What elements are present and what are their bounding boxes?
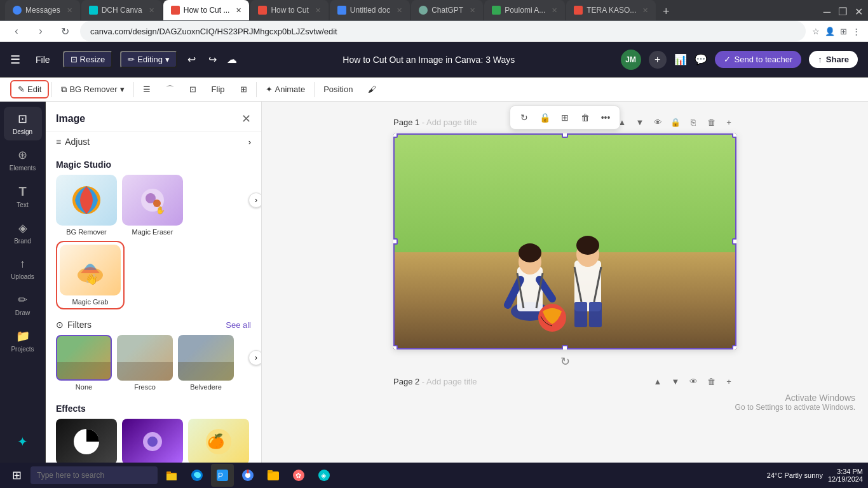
magic-item-magic-eraser[interactable]: ✋ Magic Eraser bbox=[122, 175, 183, 236]
canvas-image-container[interactable] bbox=[393, 133, 736, 349]
edit-image-button[interactable]: ✎ Edit bbox=[10, 80, 49, 98]
effect-item-2[interactable] bbox=[122, 419, 183, 464]
tab-how-to-cut[interactable]: How to Cut ... ✕ bbox=[163, 0, 250, 20]
tab-close-messages[interactable]: ✕ bbox=[67, 6, 72, 15]
page-more-button[interactable]: + bbox=[721, 114, 736, 130]
cloud-save-icon[interactable]: ☁ bbox=[227, 53, 237, 65]
corner-button[interactable]: ⌒ bbox=[159, 81, 180, 98]
more-options-button[interactable]: 🖌 bbox=[362, 81, 383, 97]
bookmark-icon[interactable]: ☆ bbox=[812, 27, 820, 36]
settings-icon[interactable]: ⋮ bbox=[852, 27, 860, 36]
undo-button[interactable]: ↩ bbox=[185, 51, 198, 68]
adjust-row[interactable]: ≡ Adjust › bbox=[46, 131, 261, 152]
tab-tera[interactable]: TERA KASO... ✕ bbox=[566, 0, 656, 20]
taskbar-search[interactable] bbox=[31, 466, 158, 484]
sidebar-item-brand[interactable]: ◈ Brand bbox=[4, 216, 42, 250]
group-button[interactable]: ⊞ bbox=[556, 109, 574, 126]
back-button[interactable]: ‹ bbox=[8, 22, 25, 40]
taskbar-edge[interactable] bbox=[186, 464, 208, 487]
redo-button[interactable]: ↪ bbox=[206, 51, 219, 68]
tab-messages[interactable]: Messages ✕ bbox=[5, 0, 80, 20]
page-down-button[interactable]: ▼ bbox=[632, 114, 648, 130]
grid-button[interactable]: ⊞ bbox=[234, 81, 254, 97]
sidebar-item-uploads[interactable]: ↑ Uploads bbox=[4, 252, 42, 285]
sidebar-item-text[interactable]: T Text bbox=[4, 179, 42, 214]
taskbar-app-2[interactable]: ✿ bbox=[287, 464, 310, 487]
send-to-teacher-button[interactable]: ✓ Send to teacher bbox=[715, 51, 802, 68]
help-button[interactable]: ✦ bbox=[4, 429, 42, 454]
tab-close-doc[interactable]: ✕ bbox=[397, 6, 402, 15]
new-tab-button[interactable]: + bbox=[657, 3, 675, 20]
refresh-button[interactable]: ↻ bbox=[56, 22, 74, 40]
sidebar-item-draw[interactable]: ✏ Draw bbox=[4, 288, 42, 322]
page-2-visibility-button[interactable]: 👁 bbox=[686, 374, 701, 389]
lock-element-button[interactable]: 🔒 bbox=[536, 109, 553, 126]
start-button[interactable]: ⊞ bbox=[5, 464, 28, 487]
taskbar-app-3[interactable]: ◈ bbox=[313, 464, 336, 487]
maximize-button[interactable]: ❐ bbox=[838, 6, 847, 18]
page-2-more-button[interactable]: + bbox=[721, 374, 736, 389]
see-all-button[interactable]: See all bbox=[226, 320, 251, 330]
filter-item-belvedere[interactable]: Belvedere bbox=[178, 335, 234, 391]
sidebar-item-elements[interactable]: ⊛ Elements bbox=[4, 143, 42, 177]
page-2-down-button[interactable]: ▼ bbox=[668, 374, 683, 389]
share-button[interactable]: ↑ Share bbox=[809, 51, 858, 68]
effect-item-3[interactable]: 🍊 bbox=[188, 419, 249, 464]
filter-item-none[interactable]: None bbox=[56, 335, 112, 391]
minimize-button[interactable]: ─ bbox=[824, 6, 831, 18]
canvas-area[interactable]: Page 1 - Add page title ▲ ▼ 👁 🔒 ⎘ 🗑 + bbox=[262, 102, 868, 464]
tab-chatgpt[interactable]: ChatGPT ✕ bbox=[411, 0, 483, 20]
profile-icon[interactable]: 👤 bbox=[825, 27, 835, 36]
page-2-up-button[interactable]: ▲ bbox=[650, 374, 665, 389]
page-delete-button[interactable]: 🗑 bbox=[703, 114, 719, 130]
taskbar-chrome[interactable] bbox=[236, 464, 259, 487]
effect-item-1[interactable] bbox=[56, 419, 117, 464]
magic-scroll-right[interactable]: › bbox=[248, 193, 262, 208]
address-input[interactable] bbox=[80, 21, 806, 41]
tab-how-to-cut-2[interactable]: How to Cut ✕ bbox=[250, 0, 328, 20]
design-page-1[interactable] bbox=[393, 133, 736, 349]
page-refresh-button[interactable]: ↻ bbox=[560, 355, 570, 369]
page-2-add-title[interactable]: Add page title bbox=[426, 377, 477, 386]
bg-remover-button[interactable]: ⧉ BG Remover ▾ bbox=[55, 81, 130, 98]
taskbar-file-explorer[interactable] bbox=[160, 464, 183, 487]
position-button[interactable]: Position bbox=[317, 81, 359, 97]
tab-close-htc2[interactable]: ✕ bbox=[315, 6, 321, 15]
lines-button[interactable]: ☰ bbox=[137, 81, 157, 97]
resize-button[interactable]: ⊡ Resize bbox=[63, 51, 113, 68]
close-button[interactable]: ✕ bbox=[855, 6, 863, 18]
tab-dch-canva[interactable]: DCH Canva ✕ bbox=[81, 0, 162, 20]
magic-item-bg-remover[interactable]: BG Remover bbox=[56, 175, 117, 236]
page-copy-button[interactable]: ⎘ bbox=[686, 114, 701, 130]
forward-button[interactable]: › bbox=[32, 22, 50, 40]
panel-close-button[interactable]: ✕ bbox=[241, 112, 251, 126]
page-1-add-title[interactable]: Add page title bbox=[426, 118, 477, 127]
tab-close-dch[interactable]: ✕ bbox=[149, 6, 154, 15]
animate-button[interactable]: ✦ Animate bbox=[259, 81, 312, 97]
taskbar-app-1[interactable]: P bbox=[211, 464, 234, 487]
page-2-delete-button[interactable]: 🗑 bbox=[703, 374, 719, 389]
tab-poulomi[interactable]: Poulomi A... ✕ bbox=[484, 0, 565, 20]
tab-untitled-doc[interactable]: Untitled doc ✕ bbox=[330, 0, 410, 20]
sidebar-item-design[interactable]: ⊡ Design bbox=[4, 107, 42, 140]
tab-close-chatgpt[interactable]: ✕ bbox=[470, 6, 475, 15]
taskbar-files[interactable] bbox=[262, 464, 285, 487]
tab-close-tera[interactable]: ✕ bbox=[642, 6, 648, 15]
add-collaborator-button[interactable]: + bbox=[649, 51, 667, 69]
page-lock-button[interactable]: 🔒 bbox=[668, 114, 683, 130]
extensions-icon[interactable]: ⊞ bbox=[840, 27, 847, 36]
more-element-button[interactable]: ••• bbox=[597, 109, 614, 126]
tab-close-active[interactable]: ✕ bbox=[236, 6, 241, 15]
rotate-button[interactable]: ↻ bbox=[515, 109, 533, 126]
flip-button[interactable]: Flip bbox=[205, 81, 231, 97]
crop-button[interactable]: ⊡ bbox=[183, 81, 203, 97]
page-visibility-button[interactable]: 👁 bbox=[650, 114, 665, 130]
file-button[interactable]: File bbox=[31, 52, 55, 67]
sidebar-item-projects[interactable]: 📁 Projects bbox=[4, 324, 42, 358]
hamburger-menu[interactable]: ☰ bbox=[10, 53, 20, 67]
magic-item-magic-grab[interactable]: 👋 Magic Grab bbox=[56, 241, 125, 309]
chat-icon[interactable]: 💬 bbox=[695, 53, 707, 65]
tab-close-poulomi[interactable]: ✕ bbox=[552, 6, 557, 15]
delete-element-button[interactable]: 🗑 bbox=[576, 109, 594, 126]
editing-button[interactable]: ✏ Editing ▾ bbox=[120, 51, 177, 68]
